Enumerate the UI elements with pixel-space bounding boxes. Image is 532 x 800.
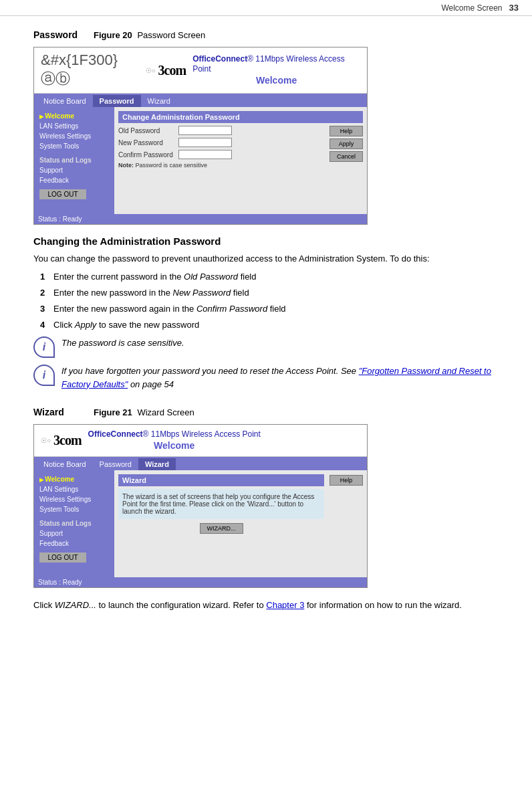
page-header: Welcome Screen 33 xyxy=(0,0,532,16)
main-content: Password Figure 20 Password Screen &#x{1… xyxy=(0,16,532,625)
step-2-num: 2 xyxy=(40,287,53,299)
input-new-password[interactable] xyxy=(178,138,232,147)
device-welcome-title-password: Welcome xyxy=(192,74,360,87)
brand-area-wizard: OfficeConnect® 11Mbps Wireless Access Po… xyxy=(88,429,261,452)
form-buttons-password: Help Apply Cancel xyxy=(329,126,363,169)
nav-tabs-wizard: Notice Board Password Wizard xyxy=(34,457,367,470)
device-header-password: &#x{1F300}ⓐⓑ ☉○ 3com OfficeConnect® 11Mb… xyxy=(34,47,367,94)
sidebar-welcome-wizard[interactable]: Welcome xyxy=(39,474,109,484)
tab-wizard-wizard[interactable]: Wizard xyxy=(138,458,176,470)
step-4-num: 4 xyxy=(40,319,53,331)
bottom-suffix: for information on how to run the wizard… xyxy=(304,600,462,610)
input-confirm-password[interactable] xyxy=(178,150,232,159)
brand-area-password: OfficeConnect® 11Mbps Wireless Access Po… xyxy=(192,54,360,87)
header-section-title: Welcome Screen xyxy=(441,3,502,13)
wizard-section: Wizard Figure 21 Wizard Screen ☉○ 3com O… xyxy=(33,407,505,612)
tab-notice-board-password[interactable]: Notice Board xyxy=(37,95,93,107)
form-row-new-password: New Password xyxy=(118,138,324,147)
sidebar-system-password[interactable]: System Tools xyxy=(39,141,109,151)
tab-password-wizard[interactable]: Password xyxy=(93,458,138,470)
bottom-prefix: Click xyxy=(33,600,55,610)
device-sidebar-wizard: Welcome LAN Settings Wireless Settings S… xyxy=(34,470,114,577)
nav-tabs-password: Notice Board Password Wizard xyxy=(34,94,367,107)
wizard-btn[interactable]: WIZARD... xyxy=(200,523,243,534)
wizard-device-screenshot: ☉○ 3com OfficeConnect® 11Mbps Wireless A… xyxy=(33,424,368,588)
wizard-panel-title: Wizard xyxy=(118,474,324,486)
tab-wizard-password[interactable]: Wizard xyxy=(141,95,177,107)
info-icon-2: i xyxy=(33,365,55,386)
label-new-password: New Password xyxy=(118,139,178,146)
logo-area-wizard: ☉○ 3com xyxy=(41,433,82,448)
sidebar-feedback-wizard[interactable]: Feedback xyxy=(39,538,109,548)
logo-area-password: &#x{1F300}ⓐⓑ ☉○ 3com xyxy=(41,52,186,89)
password-device-screenshot: &#x{1F300}ⓐⓑ ☉○ 3com OfficeConnect® 11Mb… xyxy=(33,47,368,225)
step-1: 1 Enter the current password in the Old … xyxy=(40,271,505,283)
wizard-description: The wizard is a set of screens that help… xyxy=(118,489,324,519)
bottom-link[interactable]: Chapter 3 xyxy=(266,600,304,610)
help-button-wizard[interactable]: Help xyxy=(329,475,363,486)
wizard-figure-row: Wizard Figure 21 Wizard Screen xyxy=(33,407,505,417)
sidebar-lan-password[interactable]: LAN Settings xyxy=(39,121,109,131)
sidebar-wireless-password[interactable]: Wireless Settings xyxy=(39,131,109,141)
brand-name-password: OfficeConnect xyxy=(192,54,247,64)
sidebar-section-label-password: Status and Logs xyxy=(39,155,109,165)
help-button-password[interactable]: Help xyxy=(329,126,363,136)
sidebar-welcome-password[interactable]: Welcome xyxy=(39,111,109,121)
sidebar-system-wizard[interactable]: System Tools xyxy=(39,504,109,514)
device-sidebar-password: Welcome LAN Settings Wireless Settings S… xyxy=(34,107,114,214)
step-1-text: Enter the current password in the Old Pa… xyxy=(53,271,505,283)
wizard-section-label: Wizard xyxy=(33,407,94,417)
info-box-1: i The password is case sensitive. xyxy=(33,336,505,358)
step-2: 2 Enter the new password in the New Pass… xyxy=(40,287,505,299)
page-number: 33 xyxy=(509,3,519,13)
cancel-button-password[interactable]: Cancel xyxy=(329,151,363,162)
logo-swirl-wizard: ☉○ xyxy=(41,437,51,444)
input-old-password[interactable] xyxy=(178,126,232,135)
brand-name-wizard: OfficeConnect xyxy=(88,429,143,439)
step-3-text: Enter the new password again in the Conf… xyxy=(53,303,505,315)
sidebar-section-label-wizard: Status and Logs xyxy=(39,518,109,528)
password-figure-row: Password Figure 20 Password Screen xyxy=(33,29,505,40)
status-bar-wizard: Status : Ready xyxy=(34,577,367,587)
step-3-num: 3 xyxy=(40,303,53,315)
password-steps-list: 1 Enter the current password in the Old … xyxy=(40,271,505,332)
password-figure-num: Figure 20 xyxy=(94,30,132,40)
password-figure-title: Figure 20 Password Screen xyxy=(94,30,205,40)
device-main-wizard: Wizard The wizard is a set of screens th… xyxy=(114,470,367,577)
sidebar-lan-wizard[interactable]: LAN Settings xyxy=(39,484,109,494)
sidebar-support-password[interactable]: Support xyxy=(39,165,109,175)
password-intro-text: You can change the password to prevent u… xyxy=(33,252,505,266)
wizard-figure-name: Wizard Screen xyxy=(137,407,194,417)
device-main-password: Change Administration Password Old Passw… xyxy=(114,107,367,214)
wizard-panel-content: Wizard The wizard is a set of screens th… xyxy=(118,474,324,534)
apply-button-password[interactable]: Apply xyxy=(329,138,363,149)
info2-prefix: If you have forgotten your password you … xyxy=(61,366,359,376)
info-text-1: The password is case sensitive. xyxy=(61,336,184,350)
bottom-italic: WIZARD... xyxy=(55,600,96,610)
info-text-2: If you have forgotten your password you … xyxy=(61,365,505,391)
logo-text-password: 3com xyxy=(158,63,186,78)
step-1-num: 1 xyxy=(40,271,53,283)
panel-title-password: Change Administration Password xyxy=(118,111,363,123)
logout-button-password[interactable]: LOG OUT xyxy=(39,189,86,199)
sidebar-wireless-wizard[interactable]: Wireless Settings xyxy=(39,494,109,504)
info-icon-1: i xyxy=(33,336,55,358)
logo-text-wizard: 3com xyxy=(53,433,82,448)
sidebar-support-wizard[interactable]: Support xyxy=(39,528,109,538)
step-4: 4 Click Apply to save the new password xyxy=(40,319,505,331)
password-section-label: Password xyxy=(33,29,94,40)
logo-icon-password: &#x{1F300}ⓐⓑ xyxy=(41,52,143,89)
logout-button-wizard[interactable]: LOG OUT xyxy=(39,553,86,563)
brand-suffix-wizard: ® 11Mbps Wireless Access Point xyxy=(143,429,261,439)
bottom-middle: to launch the configuration wizard. Refe… xyxy=(96,600,266,610)
form-fields-password: Old Password New Password Confirm Passwo… xyxy=(118,126,324,169)
sidebar-feedback-password[interactable]: Feedback xyxy=(39,175,109,185)
tab-password-password[interactable]: Password xyxy=(93,95,141,107)
info2-suffix: on page 54 xyxy=(128,379,174,389)
device-welcome-title-wizard: Welcome xyxy=(88,439,261,452)
step-2-text: Enter the new password in the New Passwo… xyxy=(53,287,505,299)
form-row-confirm-password: Confirm Password xyxy=(118,150,324,159)
device-header-wizard: ☉○ 3com OfficeConnect® 11Mbps Wireless A… xyxy=(34,425,367,457)
step-3: 3 Enter the new password again in the Co… xyxy=(40,303,505,315)
tab-notice-board-wizard[interactable]: Notice Board xyxy=(37,458,93,470)
